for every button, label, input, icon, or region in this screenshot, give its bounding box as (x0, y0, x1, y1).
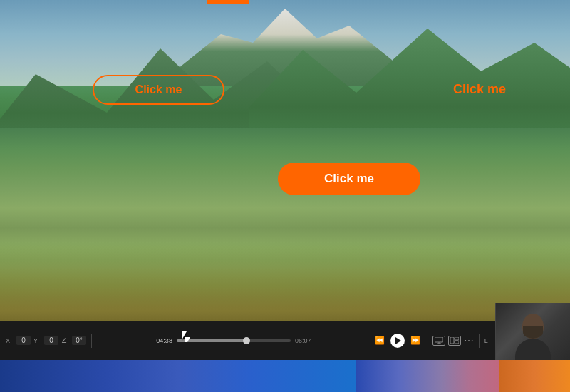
filled-button-label: Click me (324, 172, 374, 186)
width-label: L (484, 337, 493, 344)
rewind-button[interactable]: ⏪ (373, 334, 386, 346)
monitor-icons: ⋯ (432, 335, 474, 346)
timeline-progress (177, 339, 245, 342)
time-current: 04:38 (156, 337, 172, 344)
timeline-thumb[interactable] (243, 337, 250, 344)
y-coord-group: Y 0 (33, 336, 58, 345)
svg-rect-5 (455, 341, 459, 344)
timeline-bar[interactable] (177, 339, 291, 342)
person-body (515, 339, 551, 360)
text-button-label: Click me (453, 82, 506, 96)
person-beard (523, 326, 543, 339)
outlined-button-label: Click me (135, 83, 182, 96)
x-label: X (6, 337, 14, 344)
camera-face (496, 303, 570, 360)
taskbar (0, 360, 570, 392)
y-value: 0 (44, 336, 58, 345)
divider-2 (427, 334, 428, 348)
taskbar-gradient (356, 360, 499, 392)
time-total: 06:07 (295, 337, 311, 344)
click-me-outlined-button[interactable]: Click me (93, 75, 224, 105)
divider-3 (479, 334, 480, 348)
angle-label: ∠ (61, 337, 70, 344)
play-button[interactable] (390, 334, 405, 348)
flowers-area (0, 242, 570, 328)
play-icon (395, 337, 401, 344)
taskbar-blue (0, 360, 356, 392)
svg-rect-3 (450, 337, 454, 344)
divider-1 (91, 334, 92, 348)
x-coord-group: X 0 (6, 336, 31, 345)
top-orange-bar (207, 0, 249, 4)
angle-group: ∠ 0° (61, 336, 86, 345)
time-display: 04:38 06:07 (156, 337, 311, 344)
monitor-icon[interactable] (432, 336, 445, 346)
click-me-text-button[interactable]: Click me (446, 78, 513, 100)
svg-rect-0 (435, 337, 443, 342)
svg-rect-4 (455, 337, 459, 340)
taskbar-orange (499, 360, 570, 392)
play-controls: ⏪ ⏩ (373, 334, 422, 348)
layout-icon[interactable] (448, 336, 461, 346)
toolbar: X 0 Y 0 ∠ 0° 04:38 06:07 ⏪ ⏩ (0, 321, 570, 360)
y-label: Y (33, 337, 42, 344)
more-options-button[interactable]: ⋯ (464, 335, 474, 346)
background (0, 0, 570, 328)
angle-value: 0° (72, 336, 86, 345)
fast-forward-button[interactable]: ⏩ (409, 334, 422, 346)
timeline-section[interactable]: 04:38 06:07 (97, 337, 370, 344)
camera-preview (495, 303, 570, 360)
x-value: 0 (16, 336, 31, 345)
video-scene: Click me Click me Click me (0, 0, 570, 328)
click-me-filled-button[interactable]: Click me (278, 163, 420, 195)
